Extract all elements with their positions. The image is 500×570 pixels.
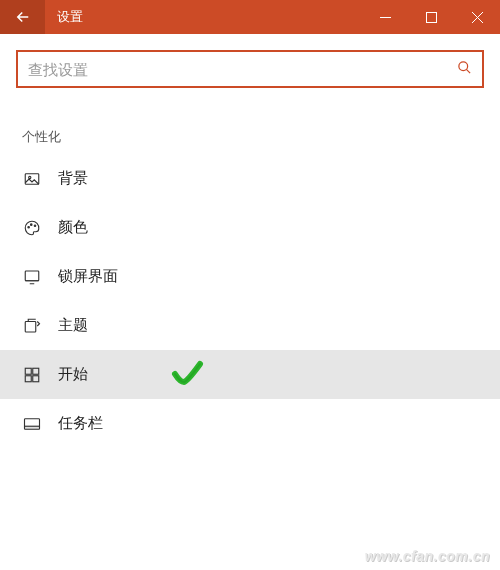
svg-point-6 (31, 223, 33, 225)
lock-screen-icon (22, 267, 42, 287)
nav-item-background[interactable]: 背景 (0, 154, 500, 203)
image-icon (22, 169, 42, 189)
window-controls (362, 0, 500, 34)
titlebar: 设置 (0, 0, 500, 34)
search-input[interactable] (28, 61, 457, 78)
nav-item-colors[interactable]: 颜色 (0, 203, 500, 252)
minimize-button[interactable] (362, 0, 408, 34)
close-button[interactable] (454, 0, 500, 34)
arrow-left-icon (14, 8, 32, 26)
maximize-icon (426, 12, 437, 23)
nav-label: 颜色 (58, 218, 88, 237)
svg-rect-11 (33, 368, 39, 374)
close-icon (472, 12, 483, 23)
start-icon (22, 365, 42, 385)
minimize-icon (380, 12, 391, 23)
svg-point-7 (34, 225, 36, 227)
taskbar-icon (22, 414, 42, 434)
search-container (0, 34, 500, 88)
svg-point-5 (28, 226, 30, 228)
search-box[interactable] (16, 50, 484, 88)
svg-rect-0 (380, 17, 391, 18)
nav-item-lockscreen[interactable]: 锁屏界面 (0, 252, 500, 301)
svg-rect-13 (33, 375, 39, 381)
section-header: 个性化 (0, 88, 500, 154)
theme-icon (22, 316, 42, 336)
nav-item-themes[interactable]: 主题 (0, 301, 500, 350)
svg-rect-1 (426, 12, 436, 22)
svg-rect-9 (25, 321, 36, 332)
nav-label: 锁屏界面 (58, 267, 118, 286)
nav-list: 背景 颜色 锁屏界面 主题 开始 任 (0, 154, 500, 448)
nav-label: 任务栏 (58, 414, 103, 433)
checkmark-annotation (170, 358, 206, 392)
maximize-button[interactable] (408, 0, 454, 34)
watermark: www.cfan.com.cn (365, 548, 490, 564)
search-icon (457, 60, 472, 78)
svg-point-2 (459, 62, 468, 71)
nav-label: 主题 (58, 316, 88, 335)
svg-rect-12 (25, 375, 31, 381)
svg-rect-10 (25, 368, 31, 374)
nav-item-taskbar[interactable]: 任务栏 (0, 399, 500, 448)
svg-rect-8 (25, 271, 39, 281)
nav-item-start[interactable]: 开始 (0, 350, 500, 399)
back-button[interactable] (0, 0, 45, 34)
palette-icon (22, 218, 42, 238)
nav-label: 背景 (58, 169, 88, 188)
window-title: 设置 (57, 8, 362, 26)
nav-label: 开始 (58, 365, 88, 384)
